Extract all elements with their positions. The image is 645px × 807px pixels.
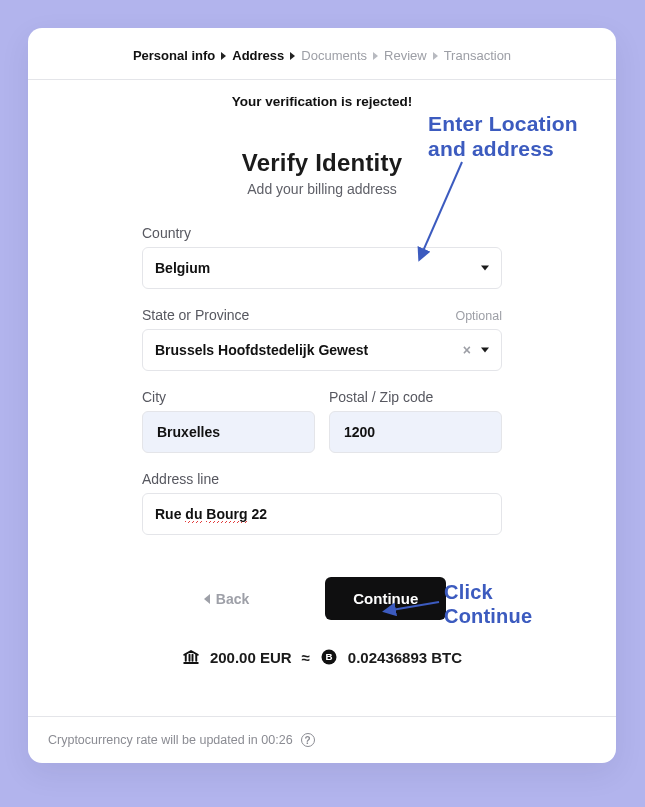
svg-text:B: B	[325, 651, 332, 662]
crumb-transaction: Transaction	[444, 48, 511, 63]
approx-sign: ≈	[302, 649, 310, 666]
country-label: Country	[142, 225, 502, 241]
page-title: Verify Identity	[72, 149, 572, 177]
city-label: City	[142, 389, 315, 405]
address-value: Rue du Bourg 22	[155, 506, 267, 522]
breadcrumb: Personal info Address Documents Review T…	[28, 28, 616, 80]
country-value: Belgium	[155, 260, 210, 276]
optional-hint: Optional	[455, 309, 502, 323]
postal-field[interactable]	[342, 423, 489, 441]
address-form: Country Belgium State or Province Option…	[142, 225, 502, 620]
state-label: State or Province Optional	[142, 307, 502, 323]
page-subtitle: Add your billing address	[72, 181, 572, 197]
address-label: Address line	[142, 471, 502, 487]
city-input[interactable]	[142, 411, 315, 453]
postal-label: Postal / Zip code	[329, 389, 502, 405]
clear-icon[interactable]: ×	[463, 342, 471, 358]
crumb-personal-info[interactable]: Personal info	[133, 48, 215, 63]
rate-countdown: 00:26	[261, 733, 292, 747]
help-icon[interactable]: ?	[301, 733, 315, 747]
chevron-down-icon	[481, 348, 489, 353]
chevron-right-icon	[290, 52, 295, 60]
bank-icon	[182, 648, 200, 666]
chevron-down-icon	[481, 266, 489, 271]
fiat-amount: 200.00 EUR	[210, 649, 292, 666]
crumb-documents: Documents	[301, 48, 367, 63]
chevron-right-icon	[433, 52, 438, 60]
country-select[interactable]: Belgium	[142, 247, 502, 289]
chevron-left-icon	[204, 594, 210, 604]
crumb-review: Review	[384, 48, 427, 63]
state-select[interactable]: Brussels Hoofdstedelijk Gewest ×	[142, 329, 502, 371]
verification-rejected-alert: Your verification is rejected!	[28, 80, 616, 115]
back-button[interactable]: Back	[198, 590, 255, 608]
conversion-line: 200.00 EUR ≈ B 0.02436893 BTC	[72, 648, 572, 694]
state-value: Brussels Hoofdstedelijk Gewest	[155, 342, 368, 358]
chevron-right-icon	[221, 52, 226, 60]
chevron-right-icon	[373, 52, 378, 60]
address-input[interactable]: Rue du Bourg 22	[142, 493, 502, 535]
crypto-amount: 0.02436893 BTC	[348, 649, 462, 666]
postal-input[interactable]	[329, 411, 502, 453]
crumb-address[interactable]: Address	[232, 48, 284, 63]
rate-footer: Cryptocurrency rate will be updated in 0…	[28, 716, 616, 763]
continue-button[interactable]: Continue	[325, 577, 446, 620]
bitcoin-icon: B	[320, 648, 338, 666]
city-field[interactable]	[155, 423, 302, 441]
rate-text: Cryptocurrency rate will be updated in	[48, 733, 261, 747]
verification-card: Personal info Address Documents Review T…	[28, 28, 616, 763]
